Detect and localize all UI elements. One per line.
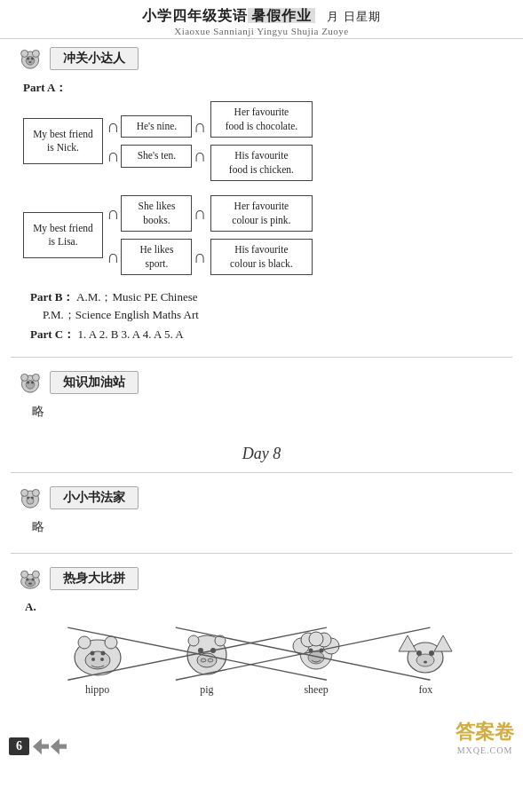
part-b-section: Part B： A.M.；Music PE Chinese (23, 289, 507, 305)
svg-point-11 (27, 382, 29, 384)
title-cn-part: 小学四年级英语 (142, 8, 248, 23)
section2-title: 知识加油站 (50, 371, 139, 394)
group2-mid2-row: ∩ He likes sport. ∩ (107, 239, 207, 275)
svg-point-50 (320, 649, 324, 653)
svg-point-21 (32, 571, 39, 578)
group2-mid2: He likes sport. (121, 239, 192, 275)
svg-point-18 (31, 497, 34, 500)
animals-a-label: A. (25, 600, 507, 614)
group1-right2: His favourite food is chicken. (210, 145, 313, 181)
svg-point-40 (198, 648, 203, 653)
svg-point-9 (32, 374, 39, 382)
c-bracket-right3: ∩ (194, 203, 206, 224)
part-b-line1: A.M.；Music PE Chinese (76, 290, 198, 304)
c-bracket-right4: ∩ (194, 247, 206, 267)
section-knowledge: 知识加油站 略 (0, 363, 523, 432)
svg-point-24 (32, 578, 35, 580)
animal-pig: pig (176, 627, 238, 697)
svg-marker-52 (399, 635, 416, 651)
section-chongguan: 冲关小达人 Part A： My best friend is Nick. ∩ … (0, 39, 523, 351)
group1-left-box: My best friend is Nick. (23, 118, 103, 164)
page-number: 6 (9, 737, 29, 755)
svg-point-2 (32, 50, 39, 57)
group1-left: My best friend is Nick. (23, 118, 103, 164)
svg-point-15 (32, 490, 39, 497)
match-group2: My best friend is Lisa. ∩ She likes book… (23, 195, 500, 275)
page-subtitle: Xiaoxue Sannianji Yingyu Shujia Zuoye (0, 26, 523, 36)
svg-point-23 (26, 578, 28, 580)
svg-point-35 (188, 635, 199, 646)
section3-header: 小小书法家 (16, 484, 507, 512)
svg-point-37 (197, 653, 217, 667)
page-arrows (33, 738, 67, 754)
group2-left-box: My best friend is Lisa. (23, 212, 103, 258)
svg-point-5 (31, 57, 34, 59)
section4-header: 热身大比拼 (16, 564, 507, 593)
svg-point-6 (28, 61, 31, 63)
c-bracket-left3: ∩ (107, 203, 119, 224)
c-bracket-left4: ∩ (107, 247, 119, 267)
sheep-icon (285, 627, 347, 680)
section4-title: 热身大比拼 (50, 567, 139, 590)
section1-title: 冲关小达人 (50, 47, 139, 70)
section-warmup: 热身大比拼 A. hippo (0, 559, 523, 706)
match-group1: My best friend is Nick. ∩ He's nine. ∩ ∩… (23, 101, 500, 181)
page-number-area: 6 (9, 737, 67, 755)
watermark-sub: MXQE.COM (456, 745, 514, 755)
svg-point-39 (208, 658, 213, 662)
part-b-label: Part B： (30, 290, 74, 304)
fox-icon (394, 627, 456, 680)
fox-label: fox (418, 683, 432, 697)
arrow2 (51, 738, 67, 754)
svg-point-27 (78, 636, 91, 649)
date-fields: 月 日星期 (327, 10, 380, 23)
title-highlight: 暑假作业 (248, 8, 315, 23)
matching-diagram: My best friend is Nick. ∩ He's nine. ∩ ∩… (16, 101, 507, 275)
section4-icon (16, 564, 44, 593)
animals-section: hippo pig (16, 619, 507, 700)
group2-right2: His favourite colour is black. (210, 239, 313, 275)
part-c-label: Part C： (30, 327, 75, 341)
watermark-main: 答案卷 (456, 719, 514, 745)
animal-fox: fox (394, 627, 456, 697)
svg-point-56 (429, 650, 434, 656)
c-bracket-left2: ∩ (107, 146, 119, 166)
svg-point-49 (309, 649, 313, 653)
group2-mid1-row: ∩ She likes books. ∩ (107, 195, 207, 232)
svg-point-14 (21, 490, 28, 497)
c-bracket-right2: ∩ (194, 146, 206, 166)
page-header: 小学四年级英语暑假作业 月 日星期 Xiaoxue Sannianji Ying… (0, 0, 523, 39)
sheep-label: sheep (304, 683, 328, 697)
hippo-label: hippo (85, 683, 109, 697)
arrow1 (33, 738, 49, 754)
group2-right1: Her favourite colour is pink. (210, 195, 313, 232)
animals-row: hippo pig (25, 619, 498, 700)
divider2 (11, 472, 512, 473)
animal-sheep: sheep (285, 627, 347, 697)
watermark: 答案卷 MXQE.COM (456, 719, 514, 755)
divider1 (11, 357, 512, 358)
svg-point-4 (27, 57, 29, 59)
section3-title: 小小书法家 (50, 486, 139, 509)
part-a-label: Part A： (23, 80, 507, 96)
svg-point-33 (100, 651, 105, 656)
footer: 6 答案卷 MXQE.COM (0, 718, 523, 762)
part-c-text: 1. A 2. B 3. A 4. A 5. A (77, 327, 183, 341)
pig-icon (176, 627, 238, 680)
svg-point-31 (100, 658, 104, 661)
section1-header: 冲关小达人 (16, 44, 507, 73)
hippo-icon (67, 627, 129, 680)
svg-point-36 (215, 635, 226, 646)
svg-point-20 (21, 571, 28, 578)
animal-hippo: hippo (67, 627, 129, 697)
svg-point-55 (416, 650, 422, 656)
section3-content: 略 (32, 519, 507, 535)
svg-point-30 (91, 658, 95, 661)
svg-point-1 (21, 50, 28, 57)
group2-left: My best friend is Lisa. (23, 212, 103, 258)
group1-mid2-row: ∩ She's ten. ∩ (107, 145, 207, 168)
pig-label: pig (200, 683, 213, 697)
section1-icon (16, 44, 44, 73)
svg-marker-53 (434, 635, 452, 651)
group2-mid1: She likes books. (121, 195, 192, 232)
